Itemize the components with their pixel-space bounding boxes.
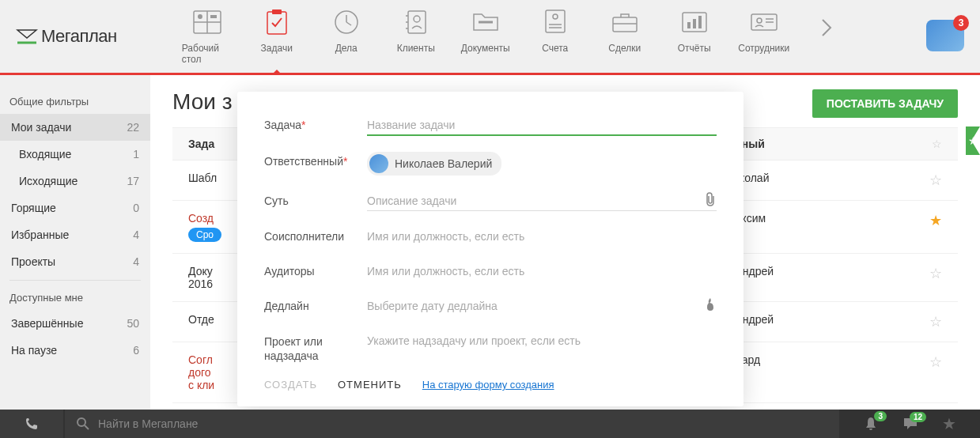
create-task-modal: Задача* Ответственный* Николаев Валерий …	[237, 92, 744, 406]
svg-point-29	[78, 418, 85, 426]
sidebar-item-paused[interactable]: На паузе6	[0, 337, 150, 364]
svg-rect-23	[693, 19, 696, 28]
modal-create-button[interactable]: СОЗДАТЬ	[264, 379, 317, 391]
svg-rect-4	[210, 15, 217, 18]
phone-icon[interactable]	[0, 410, 63, 438]
create-task-button[interactable]: ПОСТАВИТЬ ЗАДАЧУ	[812, 89, 958, 118]
sidebar: Общие фильтры Мои задачи22 Входящие1 Исх…	[0, 75, 150, 410]
folder-icon	[470, 8, 501, 36]
global-search-input[interactable]	[98, 417, 335, 430]
sidebar-item-completed[interactable]: Завершённые50	[0, 310, 150, 337]
nav-invoices[interactable]: Счета	[520, 0, 590, 62]
attachment-icon[interactable]	[704, 191, 717, 207]
chat-badge: 12	[910, 412, 926, 422]
star-icon[interactable]: ★	[918, 212, 942, 229]
nav-desktop[interactable]: Рабочий стол	[172, 0, 242, 73]
sidebar-item-favorites[interactable]: Избранные4	[0, 221, 150, 248]
sidebar-item-projects[interactable]: Проекты4	[0, 248, 150, 275]
sidebar-item-outgoing[interactable]: Исходящие17	[0, 168, 150, 194]
responsible-chip[interactable]: Николаев Валерий	[367, 152, 501, 176]
nav-deals[interactable]: Сделки	[590, 0, 660, 62]
sidebar-heading-available: Доступные мне	[0, 285, 150, 310]
sidebar-item-burning[interactable]: Горящие0	[0, 194, 150, 221]
svg-rect-6	[272, 9, 282, 14]
clock-icon	[331, 8, 362, 36]
contacts-icon	[400, 8, 432, 36]
nav-tasks[interactable]: Задачи	[242, 0, 312, 62]
nav-reports[interactable]: Отчёты	[660, 0, 729, 62]
sidebar-heading-filters: Общие фильтры	[0, 89, 150, 114]
logo[interactable]: Мегаплан	[16, 26, 117, 47]
label-project: Проект или надзадача	[264, 331, 367, 363]
search-icon	[76, 417, 90, 431]
bell-badge: 3	[874, 411, 887, 421]
user-avatar[interactable]: 3	[926, 20, 964, 51]
top-nav: Рабочий стол Задачи Дела Клиенты Докумен…	[172, 0, 838, 73]
svg-point-11	[414, 16, 420, 22]
bell-icon[interactable]: 3	[863, 416, 879, 432]
essence-input[interactable]	[367, 191, 717, 211]
star-icon[interactable]: ☆	[918, 313, 942, 330]
svg-rect-24	[698, 16, 702, 28]
star-icon[interactable]: ☆	[918, 353, 942, 371]
urgent-badge: Сро	[188, 228, 221, 242]
nav-employees[interactable]: Сотрудники	[729, 0, 799, 62]
label-task: Задача*	[264, 115, 367, 131]
old-form-link[interactable]: На старую форму создания	[422, 379, 554, 391]
coexec-input[interactable]	[367, 227, 717, 246]
fire-icon[interactable]	[704, 296, 717, 312]
header: Мегаплан Рабочий стол Задачи Дела Клиент…	[0, 0, 980, 75]
task-name-input[interactable]	[367, 115, 717, 136]
star-icon[interactable]: ☆	[918, 172, 942, 189]
svg-rect-22	[687, 22, 691, 28]
logo-icon	[16, 28, 38, 44]
auditors-input[interactable]	[367, 262, 717, 281]
sidebar-item-incoming[interactable]: Входящие1	[0, 141, 150, 168]
project-input[interactable]	[367, 331, 717, 350]
footer: 3 12 ★	[0, 410, 980, 438]
avatar-notification-badge: 3	[953, 15, 969, 31]
desktop-icon	[191, 8, 223, 36]
chat-icon[interactable]: 12	[902, 417, 918, 431]
logo-text: Мегаплан	[41, 26, 117, 47]
sidebar-divider	[9, 280, 141, 281]
header-star-icon[interactable]: ☆	[918, 138, 942, 150]
nav-affairs[interactable]: Дела	[312, 0, 381, 62]
chip-avatar-icon	[369, 154, 388, 173]
label-coexec: Соисполнители	[264, 227, 367, 243]
svg-rect-19	[613, 17, 637, 32]
nav-more-arrow[interactable]	[815, 12, 838, 43]
svg-rect-15	[546, 10, 565, 32]
svg-point-26	[757, 18, 762, 23]
modal-cancel-button[interactable]: ОТМЕНИТЬ	[338, 379, 402, 391]
svg-point-16	[553, 14, 558, 19]
label-responsible: Ответственный*	[264, 152, 367, 168]
star-icon[interactable]: ☆	[918, 265, 942, 282]
invoice-icon	[539, 8, 571, 36]
sidebar-item-my-tasks[interactable]: Мои задачи22	[0, 114, 150, 141]
employees-icon	[748, 8, 780, 36]
label-auditors: Аудиторы	[264, 262, 367, 278]
nav-documents[interactable]: Документы	[451, 0, 520, 62]
footer-search	[65, 410, 839, 438]
briefcase-icon	[609, 8, 641, 36]
label-deadline: Дедлайн	[264, 296, 367, 312]
tasks-icon	[261, 8, 293, 36]
chart-icon	[679, 8, 710, 36]
footer-star-icon[interactable]: ★	[942, 414, 956, 433]
svg-line-30	[85, 425, 89, 429]
label-essence: Суть	[264, 191, 367, 207]
svg-line-9	[346, 22, 351, 25]
svg-point-3	[198, 14, 202, 19]
nav-clients[interactable]: Клиенты	[381, 0, 451, 62]
deadline-input[interactable]	[367, 296, 717, 315]
